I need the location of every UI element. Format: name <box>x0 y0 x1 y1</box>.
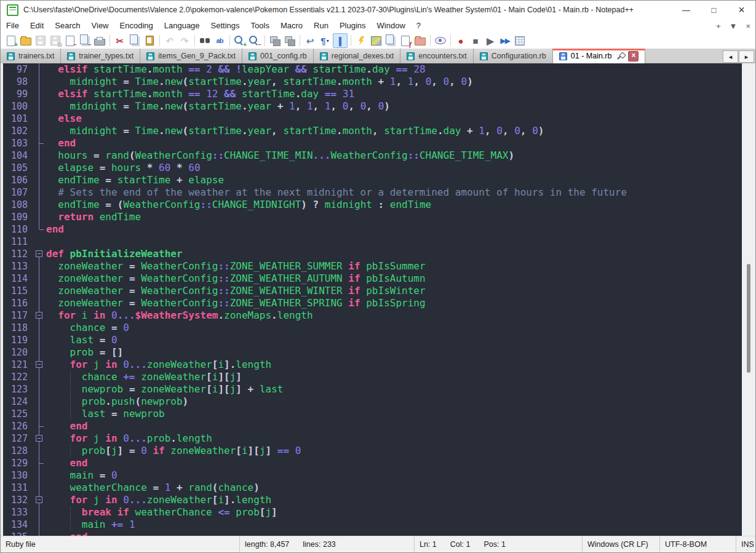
code-text[interactable]: midnight = Time.new(startTime.year + 1, … <box>46 100 742 113</box>
code-text[interactable]: def pbInitializeWeather <box>46 248 742 260</box>
indent-guide-button[interactable]: ∥ <box>333 33 348 48</box>
code-text[interactable]: end <box>46 420 742 432</box>
tab-scroll-right-button[interactable]: ▸ <box>739 50 754 63</box>
code-text[interactable]: for j in 0...zoneWeather[i].length <box>46 359 742 371</box>
code-text[interactable]: newprob = zoneWeather[i][j] + last <box>46 383 742 396</box>
document-map-button[interactable] <box>369 34 383 47</box>
zoom-out-button[interactable]: − <box>248 34 261 47</box>
close-tab-button[interactable]: × <box>746 22 750 31</box>
menu-item-search[interactable]: Search <box>49 21 86 30</box>
document-list-button[interactable] <box>384 34 397 47</box>
code-text[interactable]: zoneWeather = WeatherConfig::ZONE_WEATHE… <box>46 273 742 285</box>
menu-item-edit[interactable]: Edit <box>25 21 49 30</box>
menu-item-language[interactable]: Language <box>159 21 205 30</box>
code-text[interactable]: else <box>46 113 742 125</box>
code-text[interactable]: return endTime <box>46 211 742 223</box>
cut-button[interactable]: ✂ <box>113 34 127 47</box>
macro-run-multiple-button[interactable]: ▶▶ <box>498 34 512 47</box>
code-text[interactable]: weatherChance = 1 + rand(chance) <box>46 482 742 494</box>
code-text[interactable] <box>46 236 742 248</box>
new-tab-button[interactable]: + <box>716 22 721 31</box>
code-text[interactable]: main += 1 <box>46 519 742 531</box>
save-all-button[interactable]: ⧉ <box>49 34 62 47</box>
fold-margin[interactable] <box>33 432 46 445</box>
code-text[interactable]: elsif startTime.month == 2 && !leapYear … <box>46 63 742 76</box>
menu-item-run[interactable]: Run <box>308 21 334 30</box>
redo-button[interactable]: ↷ <box>178 34 191 47</box>
menu-item-plugins[interactable]: Plugins <box>334 21 372 30</box>
menu-item-help[interactable]: ? <box>411 21 426 30</box>
close-all-files-button[interactable]: − <box>78 34 92 47</box>
code-text[interactable]: zoneWeather = WeatherConfig::ZONE_WEATHE… <box>46 260 742 273</box>
menu-item-macro[interactable]: Macro <box>275 21 308 30</box>
code-text[interactable]: chance = 0 <box>46 322 742 334</box>
code-text[interactable]: prob.push(newprob) <box>46 396 742 408</box>
monitoring-button[interactable] <box>434 34 447 47</box>
menu-item-window[interactable]: Window <box>372 21 411 30</box>
code-text[interactable]: end <box>46 457 742 469</box>
code-text[interactable]: prob = [] <box>46 346 742 359</box>
tab-configuration-rb[interactable]: Configuration.rb <box>474 49 553 63</box>
sync-horizontal-scroll-button[interactable] <box>283 34 296 47</box>
fold-margin[interactable] <box>33 359 46 371</box>
code-area[interactable]: 97 elsif startTime.month == 2 && !leapYe… <box>3 63 742 536</box>
sync-vertical-scroll-button[interactable] <box>268 34 282 47</box>
code-text[interactable]: end <box>46 137 742 149</box>
maximize-button[interactable]: □ <box>700 1 728 19</box>
menu-item-tools[interactable]: Tools <box>245 21 275 30</box>
tab-encounters-txt[interactable]: encounters.txt <box>400 49 474 63</box>
copy-button[interactable] <box>128 34 141 47</box>
code-text[interactable]: chance += zoneWeather[i][j] <box>46 371 742 383</box>
code-text[interactable]: last = newprob <box>46 408 742 420</box>
fold-margin[interactable] <box>33 248 46 260</box>
macro-stop-button[interactable]: ■ <box>469 34 482 47</box>
tab-trainer-types-txt[interactable]: trainer_types.txt <box>61 49 140 63</box>
editor-pane[interactable]: 97 elsif startTime.month == 2 && !leapYe… <box>1 63 755 536</box>
close-tab-icon[interactable]: × <box>628 51 639 62</box>
code-text[interactable]: last = 0 <box>46 334 742 346</box>
tab-items-gen-9-pack-txt[interactable]: items_Gen_9_Pack.txt <box>140 49 242 63</box>
folder-as-workspace-button[interactable] <box>413 34 427 47</box>
tab-regional-dexes-txt[interactable]: regional_dexes.txt <box>314 49 400 63</box>
show-all-characters-button[interactable]: ¶▾ <box>318 34 332 47</box>
menu-item-encoding[interactable]: Encoding <box>114 21 159 30</box>
code-text[interactable]: midnight = Time.new(startTime.year, star… <box>46 76 742 88</box>
tab-001-config-rb[interactable]: 001_config.rb <box>242 49 314 63</box>
code-text[interactable]: # Sets the end of the weather at the nex… <box>46 186 742 199</box>
print-button[interactable] <box>93 34 106 47</box>
function-list-button[interactable]: ƒ <box>399 34 412 47</box>
close-window-button[interactable]: × <box>728 1 755 19</box>
code-text[interactable]: end <box>46 531 742 536</box>
tab-list-dropdown[interactable]: ▼ <box>730 22 738 31</box>
vertical-scrollbar[interactable] <box>742 63 755 536</box>
code-text[interactable]: elsif startTime.month == 12 && startTime… <box>46 88 742 100</box>
replace-button[interactable]: ab <box>213 34 226 47</box>
macro-play-button[interactable]: ▶ <box>483 34 497 47</box>
paste-button[interactable] <box>143 34 156 47</box>
code-text[interactable]: hours = rand(WeatherConfig::CHANGE_TIME_… <box>46 149 742 162</box>
save-button[interactable] <box>34 34 47 47</box>
fold-margin[interactable] <box>33 309 46 322</box>
status-typing-mode[interactable]: INS ⋰ <box>736 536 755 552</box>
code-text[interactable]: for i in 0...$WeatherSystem.zoneMaps.len… <box>46 309 742 322</box>
show-all-characters-dropdown-caret[interactable]: ▾ <box>327 38 329 44</box>
code-text[interactable]: zoneWeather = WeatherConfig::ZONE_WEATHE… <box>46 285 742 297</box>
code-text[interactable]: endTime = startTime + elapse <box>46 174 742 186</box>
menu-item-file[interactable]: File <box>1 21 25 30</box>
find-button[interactable] <box>198 34 212 47</box>
resize-grip[interactable]: ⋰ <box>746 543 754 552</box>
macro-save-button[interactable] <box>513 34 527 47</box>
close-file-button[interactable]: − <box>63 34 77 47</box>
tab-trainers-txt[interactable]: trainers.txt <box>1 49 61 63</box>
code-text[interactable]: prob[j] = 0 if zoneWeather[i][j] == 0 <box>46 445 742 457</box>
new-file-button[interactable]: + <box>4 34 18 47</box>
code-text[interactable]: elapse = hours * 60 * 60 <box>46 162 742 174</box>
menu-item-view[interactable]: View <box>86 21 114 30</box>
minimize-button[interactable]: — <box>672 1 700 19</box>
status-eol-format[interactable]: Windows (CR LF) <box>582 536 659 552</box>
code-text[interactable]: endTime = (WeatherConfig::CHANGE_MIDNIGH… <box>46 199 742 211</box>
undo-button[interactable]: ↶ <box>163 34 177 47</box>
code-text[interactable]: for j in 0...zoneWeather[i].length <box>46 494 742 506</box>
status-encoding[interactable]: UTF-8-BOM <box>659 536 736 552</box>
pin-tab-icon[interactable] <box>616 52 624 60</box>
